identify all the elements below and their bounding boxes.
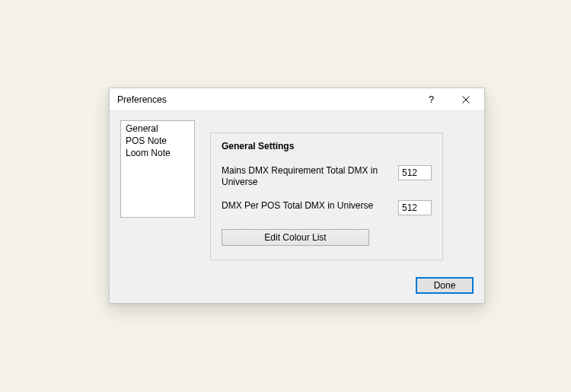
edit-colour-list-button[interactable]: Edit Colour List [222,229,369,246]
close-button[interactable] [448,88,483,111]
dialog-body: General POS Note Loom Note General Setti… [110,111,484,269]
general-settings-group: General Settings Mains DMX Requirement T… [210,132,443,260]
list-item[interactable]: General [121,123,194,135]
done-button[interactable]: Done [416,277,474,294]
close-icon [462,96,470,104]
mains-dmx-row: Mains DMX Requirement Total DMX in Unive… [222,165,432,188]
dialog-title: Preferences [117,94,414,105]
category-listbox[interactable]: General POS Note Loom Note [120,120,195,218]
dialog-footer: Done [416,277,474,294]
dmx-per-pos-row: DMX Per POS Total DMX in Universe [222,200,432,215]
list-item[interactable]: POS Note [121,135,194,147]
list-item[interactable]: Loom Note [121,147,194,159]
mains-dmx-input[interactable] [398,165,432,180]
mains-dmx-label: Mains DMX Requirement Total DMX in Unive… [222,165,381,188]
dmx-per-pos-label: DMX Per POS Total DMX in Universe [222,200,373,212]
dmx-per-pos-input[interactable] [398,200,432,215]
help-button[interactable]: ? [414,88,448,111]
preferences-dialog: Preferences ? General POS Note Loom Note… [109,88,485,304]
titlebar: Preferences ? [110,88,484,111]
group-title: General Settings [222,141,432,151]
